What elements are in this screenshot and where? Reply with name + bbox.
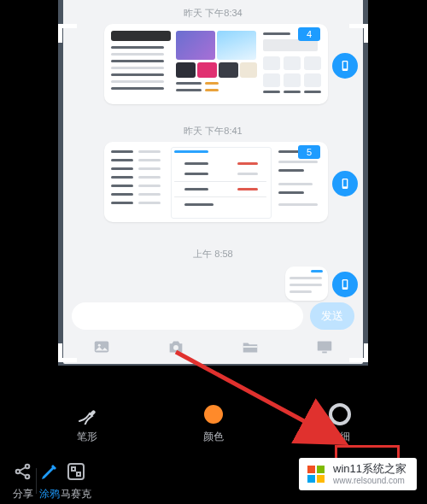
crop-corner-top-right[interactable] [349,24,368,43]
svg-rect-1 [343,62,347,68]
svg-rect-3 [343,179,347,186]
color-button[interactable]: 颜色 [202,403,225,444]
svg-rect-22 [317,475,325,483]
svg-point-14 [26,474,30,478]
thickness-button[interactable]: 粗细 [329,403,351,444]
svg-point-7 [98,344,101,347]
svg-rect-5 [343,280,347,287]
pen-shape-icon [76,403,98,425]
watermark-title: win11系统之家 [333,463,407,476]
color-label: 颜色 [203,430,224,444]
device-avatar-icon[interactable] [332,53,358,79]
doodle-button[interactable]: 涂鸦 [38,460,61,501]
separator [36,468,37,494]
share-button[interactable]: 分享 [12,460,34,501]
unread-badge: 5 [298,145,320,159]
svg-rect-20 [317,466,325,473]
device-avatar-icon[interactable] [332,272,358,297]
thickness-label: 粗细 [330,430,350,444]
message-bubble[interactable] [104,24,328,104]
color-swatch-icon [204,405,223,424]
send-button-label: 发送 [321,308,343,324]
pen-shape-button[interactable]: 笔形 [76,403,98,444]
chat-bottom-toolbar [65,337,361,360]
device-avatar-icon[interactable] [332,171,358,196]
crop-corner-bottom-left[interactable] [58,343,77,362]
svg-rect-19 [307,466,315,473]
svg-rect-17 [77,472,80,476]
desktop-icon[interactable] [315,337,334,360]
thickness-ring-icon [329,403,351,425]
svg-rect-21 [307,475,315,483]
svg-rect-10 [317,342,331,351]
svg-point-8 [173,345,178,350]
svg-rect-9 [243,346,258,348]
crop-corner-bottom-right[interactable] [349,343,368,362]
svg-rect-11 [322,352,327,354]
gallery-icon[interactable] [92,337,111,360]
mosaic-button[interactable]: 马赛克 [61,460,91,501]
folder-icon[interactable] [241,337,260,360]
message-input[interactable] [72,302,303,330]
timestamp: 昨天 下午8:34 [58,7,368,20]
unread-badge: 4 [298,27,320,41]
svg-point-12 [16,469,20,473]
pen-shape-label: 笔形 [77,430,97,444]
timestamp: 上午 8:58 [58,248,368,261]
send-button[interactable]: 发送 [310,302,354,330]
watermark-logo-icon [306,464,326,484]
mosaic-label: 马赛克 [61,487,91,501]
svg-point-13 [26,464,30,468]
timestamp: 昨天 下午8:41 [58,125,368,138]
share-label: 分享 [13,487,33,501]
watermark: win11系统之家 www.relsound.com [299,458,417,490]
svg-rect-16 [72,467,75,471]
watermark-url: www.relsound.com [333,476,407,486]
message-bubble[interactable] [285,267,328,301]
doodle-label: 涂鸦 [39,487,60,501]
message-bubble[interactable] [104,142,328,222]
camera-icon[interactable] [167,337,185,360]
pencil-icon [38,460,61,483]
mosaic-icon [65,460,87,483]
doodle-options-toolbar: 笔形 颜色 粗细 [0,399,427,448]
crop-corner-top-left[interactable] [58,24,77,43]
share-icon [12,460,34,483]
screenshot-region: 昨天 下午8:34 [58,0,368,366]
